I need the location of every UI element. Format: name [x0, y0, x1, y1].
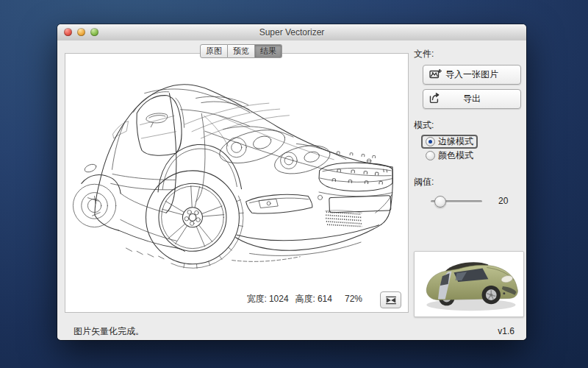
result-canvas: 宽度:1024高度:61472%	[65, 53, 409, 313]
threshold-slider-row: 20	[424, 196, 521, 206]
radio-edge-mode[interactable]: 边缘模式	[421, 135, 478, 149]
tab-original[interactable]: 原图	[200, 44, 228, 58]
threshold-value: 20	[498, 196, 508, 206]
status-bar: 图片矢量化完成。 v1.6	[57, 322, 526, 340]
mode-options: 边缘模式 颜色模式	[421, 135, 521, 163]
app-window: Super Vectorizer 原图 预览 结果	[57, 24, 526, 340]
zoom-percent: 72%	[345, 294, 362, 304]
fit-to-window-button[interactable]	[380, 291, 401, 308]
window-content: 原图 预览 结果	[57, 40, 526, 340]
titlebar[interactable]: Super Vectorizer	[57, 24, 526, 41]
radio-edge-mode-label: 边缘模式	[438, 135, 473, 148]
radio-color-mode-label: 颜色模式	[438, 149, 473, 162]
import-image-icon	[429, 68, 442, 79]
image-info: 宽度:1024高度:61472%	[245, 293, 362, 305]
file-section-label: 文件:	[414, 48, 521, 60]
app-version: v1.6	[498, 322, 514, 340]
window-title: Super Vectorizer	[57, 24, 526, 40]
width-label: 宽度:	[247, 294, 267, 304]
import-image-label: 导入一张图片	[445, 69, 498, 79]
fit-to-window-icon	[385, 296, 397, 305]
tab-preview[interactable]: 预览	[228, 44, 255, 58]
export-icon	[429, 93, 442, 104]
radio-circle	[426, 151, 435, 160]
tab-result[interactable]: 结果	[255, 44, 282, 58]
export-button[interactable]: 导出	[423, 89, 521, 109]
original-car-photo	[415, 252, 522, 315]
threshold-slider-track[interactable]	[431, 200, 482, 202]
radio-circle	[426, 137, 435, 146]
import-image-button[interactable]: 导入一张图片	[423, 65, 521, 85]
threshold-slider-knob[interactable]	[434, 196, 446, 208]
threshold-section-label: 阈值:	[414, 176, 521, 188]
desktop-background: Super Vectorizer 原图 预览 结果	[0, 0, 588, 368]
controls-sidebar: 文件: 导入一张图片	[414, 48, 521, 206]
height-label: 高度:	[295, 294, 315, 304]
radio-color-mode[interactable]: 颜色模式	[421, 149, 478, 163]
height-value: 614	[318, 294, 332, 304]
status-message: 图片矢量化完成。	[74, 322, 144, 340]
vectorized-car-artwork	[67, 57, 405, 294]
mode-section-label: 模式:	[414, 119, 521, 132]
width-value: 1024	[269, 294, 289, 304]
original-image-thumbnail	[414, 251, 524, 317]
export-label: 导出	[463, 93, 481, 104]
view-tab-bar: 原图 预览 结果	[200, 44, 282, 58]
